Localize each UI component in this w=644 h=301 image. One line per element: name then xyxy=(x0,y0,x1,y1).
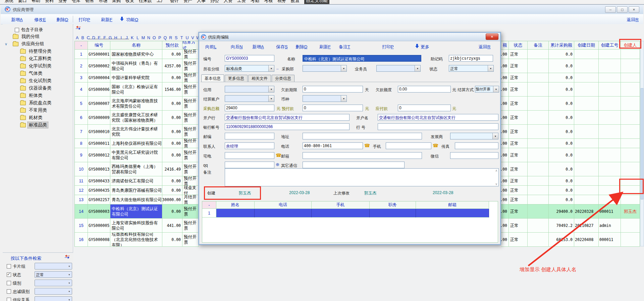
letter-B[interactable]: B xyxy=(80,36,85,40)
toolbar-新增A[interactable]: 新增A xyxy=(11,17,23,23)
dropdown-arrow-icon[interactable]: ▼ xyxy=(67,288,72,294)
menu-item-采购[interactable]: 采购 xyxy=(112,0,121,4)
bank-name-input[interactable]: 交通银行股份有限公司北京自贸试验区支行 xyxy=(378,114,498,121)
letter-M[interactable]: M xyxy=(141,36,146,40)
letter-O[interactable]: O xyxy=(151,36,157,40)
developer-dropdown[interactable]: ▼ xyxy=(450,133,498,139)
col-header-备注[interactable]: 备注 xyxy=(528,41,549,50)
menu-item-往来款[interactable]: 往来款 xyxy=(139,0,152,4)
filter-checkbox-级别[interactable] xyxy=(7,281,11,285)
filter-dropdown-状态[interactable]: 正常▼ xyxy=(35,271,72,278)
zip-input[interactable] xyxy=(225,133,274,139)
col-header-名称[interactable]: 名称 xyxy=(110,41,162,50)
dropdown-arrow-icon[interactable]: ▼ xyxy=(268,96,274,102)
table-row-11[interactable]: .00正常0.0 xyxy=(501,176,640,186)
col-header-状态[interactable]: 状态 xyxy=(509,41,528,50)
include-subdirs[interactable]: 包含子目录 xyxy=(15,27,43,33)
tab-基本信息[interactable]: 基本信息 xyxy=(201,74,224,82)
letter-P[interactable]: P xyxy=(157,36,162,40)
menu-item-考核[interactable]: 考核 xyxy=(264,0,273,4)
col-header-额[interactable]: 额 xyxy=(501,41,509,50)
dropdown-arrow-icon[interactable]: ▼ xyxy=(67,280,72,286)
bank-input[interactable]: 交通银行股份有限公司北京自贸试验区支行 xyxy=(225,114,350,121)
payable-input[interactable]: 0 xyxy=(398,105,451,111)
menu-item-收支[interactable]: 收支 xyxy=(125,0,134,4)
menu-item-仓库[interactable]: 仓库 xyxy=(72,0,80,4)
group-dots[interactable]: .. xyxy=(276,66,279,70)
group-dropdown[interactable]: 标准品类 ▼ xyxy=(225,65,274,72)
table-row-15[interactable]: .00正常70492.220210827admin xyxy=(501,219,640,233)
table-row-15[interactable]: 15GYS000005上海安谱实验科技股份有限公司441.00预付开票 xyxy=(75,219,199,233)
dialog-toolbar-删除D[interactable]: 删除D xyxy=(296,44,307,50)
table-row-3[interactable]: .00正常0.0 xyxy=(501,73,640,82)
credit-dropdown[interactable]: ▼ xyxy=(225,86,274,93)
menu-item-人事[interactable]: 人事 xyxy=(197,0,206,4)
name-input[interactable]: 中检科（北京）测试认证有限公司 xyxy=(303,55,421,62)
dialog-close-icon[interactable]: ✕ xyxy=(486,34,498,40)
dropdown-arrow-icon[interactable]: ▼ xyxy=(415,65,420,71)
letter-I[interactable]: I xyxy=(118,36,124,40)
debt-days-input[interactable]: 0 xyxy=(303,86,363,93)
table-row-3[interactable]: 3GYS000004中国计量科学研究院0.00预付开票 xyxy=(75,73,199,82)
swap-icon[interactable] xyxy=(76,25,81,31)
col-header-创建工号[interactable]: 创建工号 xyxy=(599,41,621,50)
contacts-col-header-电话[interactable]: 电话 xyxy=(255,201,312,209)
email-input[interactable] xyxy=(303,152,422,159)
letter-D[interactable]: D xyxy=(91,36,96,40)
menu-item-税务[interactable]: 税务 xyxy=(277,0,286,4)
table-row-5[interactable]: 5GYS000007北京海岸鸿蒙标准物质技术有限责任公司0.00预付开票 xyxy=(75,97,199,111)
currency-dropdown[interactable]: ▼ xyxy=(303,95,347,102)
dialog-toolbar-向前L[interactable]: 向前L xyxy=(205,44,216,50)
table-row-9[interactable]: 9GYS000012中昊黑元化工研究设计院有限公司0.00预付开票 xyxy=(75,148,199,162)
menu-item-销售[interactable]: 销售 xyxy=(85,0,94,4)
menu-item-考勤[interactable]: 考勤 xyxy=(251,0,259,4)
prepay-input[interactable]: 0 xyxy=(303,105,363,111)
letter-L[interactable]: L xyxy=(135,36,140,40)
dialog-toolbar-返回R[interactable]: 返回R xyxy=(479,44,490,50)
tab-相关文件[interactable]: 相关文件 xyxy=(248,75,271,82)
tree-item-标准品类[interactable]: 标准品类 xyxy=(3,121,73,129)
dropdown-arrow-icon[interactable]: ▼ xyxy=(341,65,346,71)
debt-limit-input[interactable]: 0.00 xyxy=(398,86,451,93)
dropdown-arrow-icon[interactable]: ▼ xyxy=(268,65,274,71)
include-subdirs-checkbox[interactable] xyxy=(15,28,19,32)
addr-input[interactable] xyxy=(303,133,422,139)
code-input[interactable]: GYS000003 xyxy=(225,55,274,62)
dropdown-arrow-icon[interactable]: ▼ xyxy=(67,272,72,278)
bank-no-input[interactable] xyxy=(378,123,498,130)
letter-R[interactable]: R xyxy=(168,36,173,40)
remark-textarea[interactable]: ∧ ∨ xyxy=(225,168,499,186)
table-row-2[interactable]: .00正常0.0 xyxy=(501,59,640,73)
table-row-10[interactable]: 10GYS000013西格玛奥德里奇（上海）贸易有限公司2416.49预付开票 xyxy=(75,162,199,176)
letter-A[interactable]: A xyxy=(74,36,80,40)
purchase-total-input[interactable]: 29400 xyxy=(225,105,274,111)
toolbar-刷新F[interactable]: 刷新F xyxy=(101,17,112,23)
table-row-11[interactable]: 11GYS000433济南诺创化工有限公司0.00预付开票 xyxy=(75,176,199,186)
tree-item-系统盘点类[interactable]: 系统盘点类 xyxy=(3,99,73,107)
other-comm-input[interactable] xyxy=(303,162,405,168)
dialog-toolbar-新增A[interactable]: 新增A xyxy=(252,44,264,50)
tree-item-我的分组[interactable]: 我的分组 xyxy=(3,33,73,40)
chevron-down-icon[interactable]: ∨ xyxy=(4,42,13,46)
maximize-button[interactable]: ▢ xyxy=(617,6,628,13)
dialog-toolbar-打印P[interactable]: 打印P xyxy=(382,44,394,50)
menu-item-市场[interactable]: 市场 xyxy=(99,0,107,4)
bank-acct-input[interactable]: 110060929018800000266 xyxy=(225,123,350,130)
scroll-up-icon[interactable]: ∧ xyxy=(495,169,497,172)
table-row-12[interactable]: 12GYS000435青岛奥康医疗器械有限公司0.00现金支付 xyxy=(75,186,199,195)
table-row-12[interactable]: .00正常0.0 xyxy=(501,186,640,195)
table-row-8[interactable]: .00正常0.0 xyxy=(501,139,640,148)
table-row-13[interactable]: 13GYS002257青岛大德生物科技有限公司30000.00月结开票 xyxy=(75,195,199,204)
menu-item-资料[interactable]: 资料 xyxy=(45,0,54,4)
menu-item-工资[interactable]: 工资 xyxy=(237,0,246,4)
dept-dropdown[interactable]: ▼ xyxy=(303,65,347,72)
tree-item-柜体类[interactable]: 柜体类 xyxy=(3,92,73,99)
menu-item-办公[interactable]: 办公 xyxy=(210,0,219,4)
table-row-8[interactable]: 8GYS000011上海利垒仪器科技有限公司0.00预付开票 xyxy=(75,139,199,148)
menu-item-业务[interactable]: 业务 xyxy=(58,0,67,4)
menu-item-配置[interactable]: 配置 xyxy=(291,0,300,4)
toolbar-修改E[interactable]: 修改E xyxy=(34,17,46,23)
filter-checkbox-供应关系[interactable] xyxy=(7,298,11,301)
table-row-2[interactable]: 2GYS000002中强福兴科技（青岛）有限公司4357.00预付开票 xyxy=(75,59,199,73)
toolbar-back[interactable]: 返回R xyxy=(627,17,639,23)
